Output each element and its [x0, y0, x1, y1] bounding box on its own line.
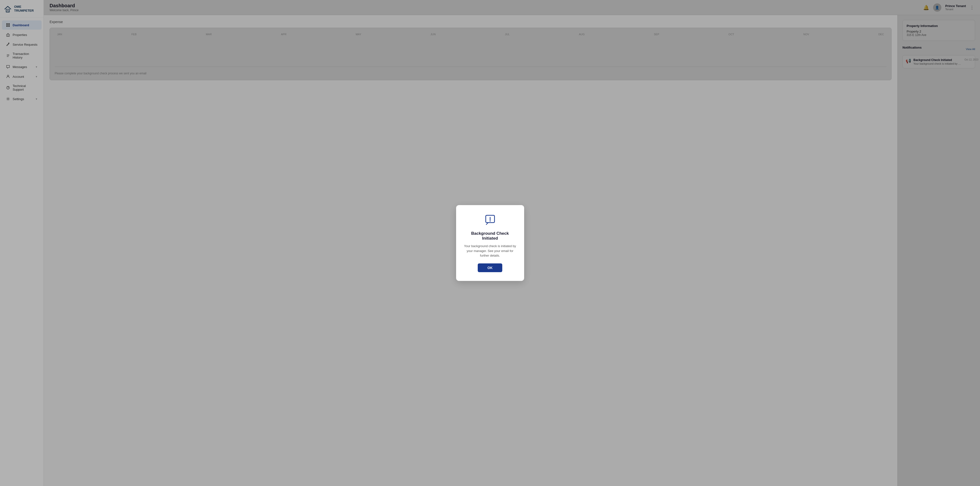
modal-dialog: Background Check Initiated Your backgrou… — [456, 205, 524, 281]
modal-body: Your background check is initiated by yo… — [464, 244, 516, 258]
modal-alert-icon — [464, 214, 516, 228]
modal-title: Background Check Initiated — [464, 231, 516, 241]
svg-point-19 — [490, 221, 491, 221]
modal-ok-button[interactable]: OK — [478, 263, 502, 272]
modal-overlay: Background Check Initiated Your backgrou… — [0, 0, 980, 486]
